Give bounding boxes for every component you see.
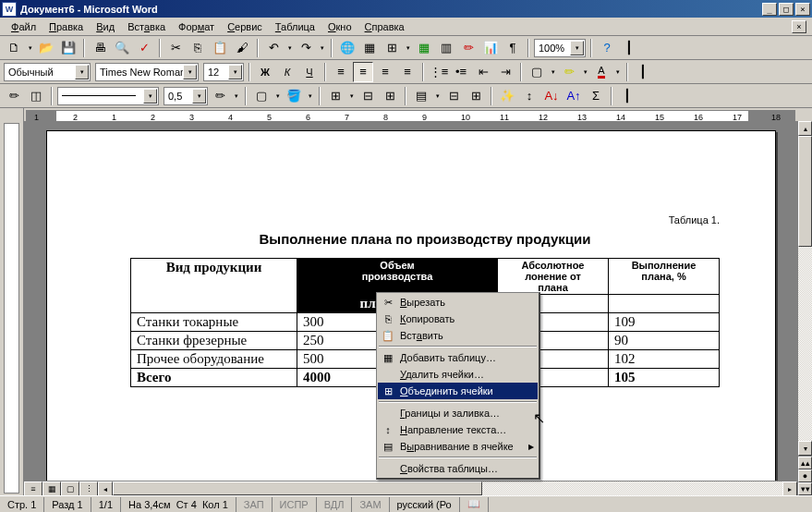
- vertical-scrollbar[interactable]: ▴ ▾ ▴▴ ● ▾▾: [797, 121, 812, 495]
- text-direction-button[interactable]: ↕: [519, 86, 539, 106]
- insert-table2-button[interactable]: ⊞: [325, 86, 345, 106]
- preview-button[interactable]: 🔍: [112, 38, 132, 58]
- status-trk[interactable]: ИСПР: [273, 497, 317, 512]
- minimize-button[interactable]: _: [762, 3, 777, 16]
- scroll-down-button[interactable]: ▾: [798, 441, 812, 456]
- align-center-button[interactable]: ≡: [353, 62, 373, 82]
- map-button[interactable]: 📊: [480, 38, 501, 58]
- paste-button[interactable]: 📋: [210, 38, 230, 58]
- menu-вставка[interactable]: Вставка: [122, 19, 171, 34]
- border-style-combo[interactable]: ▾: [57, 87, 159, 105]
- vertical-ruler[interactable]: [0, 121, 24, 495]
- new-button[interactable]: 🗋: [4, 38, 24, 58]
- status-rec[interactable]: ЗАП: [236, 497, 273, 512]
- table-dropdown[interactable]: ▾: [404, 38, 412, 58]
- help-button[interactable]: ?: [597, 38, 617, 58]
- zoom-combo[interactable]: 100%▾: [534, 39, 586, 57]
- merge-cells-button[interactable]: ⊟: [358, 86, 378, 106]
- scroll-up-button[interactable]: ▴: [798, 121, 812, 136]
- insert-dropdown[interactable]: ▾: [347, 86, 356, 106]
- open-button[interactable]: 📂: [36, 38, 56, 58]
- decrease-indent-button[interactable]: ⇤: [473, 62, 493, 82]
- show-marks-button[interactable]: ¶: [503, 38, 523, 58]
- whatsthis-button[interactable]: ┃: [619, 38, 639, 58]
- align-justify-button[interactable]: ≡: [397, 62, 418, 82]
- outline-view-button[interactable]: ⋮: [79, 482, 98, 496]
- distribute-rows-button[interactable]: ⊟: [443, 86, 464, 106]
- toolbar-toggle-button[interactable]: ┃: [617, 86, 637, 106]
- copy-button[interactable]: ⎘: [188, 38, 208, 58]
- spell-button[interactable]: ✓: [134, 38, 154, 58]
- align-left-button[interactable]: ≡: [331, 62, 351, 82]
- border-dropdown[interactable]: ▾: [273, 86, 282, 106]
- drawing-button[interactable]: ✏: [458, 38, 479, 58]
- bulleted-list-button[interactable]: •≡: [451, 62, 471, 82]
- ctx-выравнивание[interactable]: ▤Выравнивание в ячейке▶: [378, 438, 538, 455]
- ctx-объединить[interactable]: ⊞Объединить ячейки: [378, 383, 538, 399]
- redo-dropdown[interactable]: ▾: [318, 38, 326, 58]
- sort-desc-button[interactable]: A↑: [564, 86, 584, 106]
- close-button[interactable]: ×: [795, 3, 810, 16]
- autoformat-button[interactable]: ✨: [497, 86, 517, 106]
- italic-button[interactable]: К: [277, 62, 297, 82]
- save-button[interactable]: 💾: [58, 38, 79, 58]
- distribute-cols-button[interactable]: ⊞: [466, 86, 486, 106]
- ctx-границы[interactable]: Границы и заливка…: [378, 405, 538, 421]
- style-combo[interactable]: Обычный▾: [4, 63, 91, 81]
- cellalign-dropdown[interactable]: ▾: [433, 86, 442, 106]
- highlight-button[interactable]: ✏: [559, 62, 579, 82]
- ctx-вставить[interactable]: 📋Вставить: [378, 327, 538, 344]
- ctx-свойства[interactable]: Свойства таблицы…: [378, 460, 538, 477]
- web-view-button[interactable]: ▦: [42, 482, 61, 496]
- fontcolor-dropdown[interactable]: ▾: [613, 62, 622, 82]
- columns-button[interactable]: ▥: [436, 38, 456, 58]
- ctx-копировать[interactable]: ⎘Копировать: [378, 311, 538, 327]
- outside-border-button[interactable]: ▢: [251, 86, 272, 106]
- cut-button[interactable]: ✂: [165, 38, 186, 58]
- print-button[interactable]: 🖶: [90, 38, 110, 58]
- scroll-left-button[interactable]: ◂: [98, 482, 113, 496]
- redo-button[interactable]: ↷: [296, 38, 316, 58]
- fill-color-button[interactable]: 🪣: [284, 86, 304, 106]
- draw-table-button[interactable]: ✏: [4, 86, 24, 106]
- excel-button[interactable]: ▦: [414, 38, 434, 58]
- menu-файл[interactable]: Файл: [6, 19, 42, 34]
- status-book-icon[interactable]: 📖: [460, 497, 489, 512]
- border-color-button[interactable]: ✏: [210, 86, 230, 106]
- undo-dropdown[interactable]: ▾: [285, 38, 294, 58]
- underline-button[interactable]: Ч: [299, 62, 320, 82]
- menu-окно[interactable]: Окно: [322, 19, 358, 34]
- normal-view-button[interactable]: ≡: [24, 482, 42, 496]
- browse-object-button[interactable]: ●: [798, 469, 812, 482]
- scroll-thumb[interactable]: [798, 136, 812, 247]
- align-right-button[interactable]: ≡: [375, 62, 395, 82]
- border-color-dropdown[interactable]: ▾: [232, 86, 240, 106]
- ruler-button[interactable]: ┃: [633, 62, 653, 82]
- prev-page-button[interactable]: ▴▴: [798, 457, 812, 469]
- font-combo[interactable]: Times New Roman▾: [95, 63, 199, 81]
- menu-формат[interactable]: Формат: [173, 19, 220, 34]
- ctx-добавить[interactable]: ▦Добавить таблицу…: [378, 349, 538, 366]
- cell-align-button[interactable]: ▤: [411, 86, 431, 106]
- menu-вид[interactable]: Вид: [91, 19, 120, 34]
- print-view-button[interactable]: ▢: [61, 482, 79, 496]
- ctx-вырезать[interactable]: ✂Вырезать: [378, 294, 538, 311]
- size-combo[interactable]: 12▾: [203, 63, 244, 81]
- format-painter-button[interactable]: 🖌: [232, 38, 252, 58]
- borders-button[interactable]: ▢: [527, 62, 547, 82]
- status-language[interactable]: русский (Ро: [390, 497, 460, 512]
- menu-сервис[interactable]: Сервис: [222, 19, 268, 34]
- hscroll-thumb[interactable]: [113, 482, 482, 495]
- maximize-button[interactable]: □: [779, 3, 794, 16]
- sort-asc-button[interactable]: A↓: [541, 86, 562, 106]
- tables-borders-button[interactable]: ▦: [359, 38, 380, 58]
- next-page-button[interactable]: ▾▾: [798, 482, 812, 495]
- eraser-button[interactable]: ◫: [26, 86, 46, 106]
- font-color-button[interactable]: A: [591, 62, 612, 82]
- numbered-list-button[interactable]: ⋮≡: [429, 62, 449, 82]
- fill-dropdown[interactable]: ▾: [306, 86, 314, 106]
- border-width-combo[interactable]: 0,5▾: [164, 87, 208, 105]
- ctx-направление[interactable]: ↕Направление текста…: [378, 421, 538, 438]
- new-dropdown[interactable]: ▾: [26, 38, 34, 58]
- menu-справка[interactable]: Справка: [359, 19, 410, 34]
